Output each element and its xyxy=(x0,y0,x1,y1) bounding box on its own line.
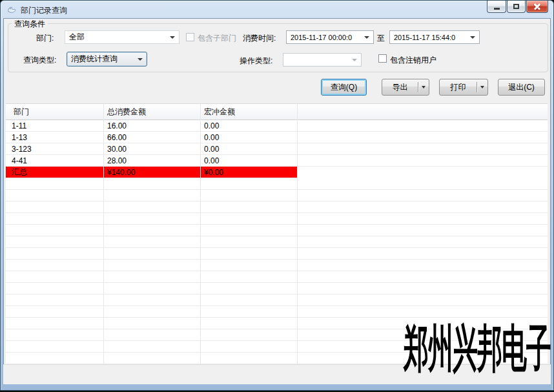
time-to-select[interactable]: 2015-11-17 15:44:0 xyxy=(389,30,480,44)
column-header-offset[interactable]: 宏冲金额 xyxy=(200,107,297,118)
cell-total: 30.00 xyxy=(103,145,200,154)
time-from-select[interactable]: 2015-11-17 00:00:0 xyxy=(286,30,374,44)
table-row[interactable]: 3-123 30.00 0.00 xyxy=(6,143,548,155)
exit-button[interactable]: 退出(C) xyxy=(498,79,545,96)
summary-row[interactable]: 汇总 ¥140.00 ¥0.00 xyxy=(6,167,297,178)
time-to-value: 2015-11-17 15:44:0 xyxy=(394,34,455,41)
department-select[interactable]: 全部 xyxy=(65,30,180,44)
cell-offset: 0.00 xyxy=(200,145,297,154)
table-row[interactable]: 1-13 66.00 0.00 xyxy=(6,132,548,143)
op-type-select xyxy=(283,53,362,67)
export-button-label: 导出 xyxy=(382,82,418,93)
consume-time-label: 消费时间: xyxy=(243,33,276,44)
query-type-value: 消费统计查询 xyxy=(71,54,118,65)
close-icon xyxy=(533,3,541,10)
chevron-down-icon xyxy=(422,86,426,88)
export-dropdown[interactable] xyxy=(418,86,429,88)
query-button-label: 查询(Q) xyxy=(331,82,357,93)
cell-total: ¥140.00 xyxy=(103,168,200,177)
print-dropdown[interactable] xyxy=(477,86,487,88)
title-bar[interactable]: 部门记录查询 xyxy=(1,1,553,18)
time-from-value: 2015-11-17 00:00:0 xyxy=(291,34,352,41)
cell-offset: ¥0.00 xyxy=(200,168,297,177)
column-header-department[interactable]: 部门 xyxy=(6,107,103,118)
op-type-label: 操作类型: xyxy=(240,56,272,67)
table-header: 部门 总消费金额 宏冲金额 xyxy=(6,104,548,120)
minimize-icon xyxy=(494,8,500,10)
table-grid-line xyxy=(297,104,298,364)
cell-total: 16.00 xyxy=(103,121,200,130)
chevron-down-icon xyxy=(364,36,369,39)
column-header-total[interactable]: 总消费金额 xyxy=(103,107,200,118)
watermark-text: 郑州兴邦电子 xyxy=(404,322,551,375)
query-type-select[interactable]: 消费统计查询 xyxy=(67,52,147,67)
cell-department: 3-123 xyxy=(6,145,103,154)
chevron-down-icon xyxy=(480,86,484,88)
maximize-icon xyxy=(513,4,519,9)
table-grid-line xyxy=(103,104,104,364)
chevron-down-icon xyxy=(352,59,357,61)
caption-buttons xyxy=(486,1,548,13)
cell-total: 28.00 xyxy=(103,156,200,165)
chevron-down-icon xyxy=(470,36,475,39)
query-button[interactable]: 查询(Q) xyxy=(321,79,367,96)
minimize-button[interactable] xyxy=(487,1,506,13)
include-subdept-label: 包含子部门 xyxy=(198,33,236,44)
cell-offset: 0.00 xyxy=(200,121,297,130)
department-value: 全部 xyxy=(69,32,85,43)
chevron-down-icon xyxy=(170,36,175,39)
table-grid-line xyxy=(200,104,201,364)
app-icon xyxy=(6,4,17,15)
export-button[interactable]: 导出 xyxy=(382,79,429,96)
cell-department: 1-13 xyxy=(6,133,103,142)
table-row[interactable]: 1-11 16.00 0.00 xyxy=(6,120,548,132)
exit-button-label: 退出(C) xyxy=(508,82,535,93)
groupbox-title: 查询条件 xyxy=(12,19,48,30)
include-cancelled-label: 包含注销用户 xyxy=(390,55,436,66)
close-button[interactable] xyxy=(526,1,548,13)
to-label: 至 xyxy=(377,33,385,44)
cell-offset: 0.00 xyxy=(200,133,297,142)
query-type-label: 查询类型: xyxy=(23,55,56,66)
table-row[interactable]: 4-41 28.00 0.00 xyxy=(6,155,548,167)
cell-total: 66.00 xyxy=(103,133,200,142)
chevron-down-icon xyxy=(138,58,143,61)
department-label: 部门: xyxy=(36,33,54,44)
include-cancelled-checkbox[interactable] xyxy=(378,54,387,63)
print-button[interactable]: 打印 xyxy=(439,79,488,96)
cell-offset: 0.00 xyxy=(200,156,297,165)
cell-department: 4-41 xyxy=(6,156,103,165)
maximize-button[interactable] xyxy=(507,1,526,13)
cell-department: 汇总 xyxy=(6,167,103,178)
cell-department: 1-11 xyxy=(6,121,103,130)
include-subdept-checkbox xyxy=(186,33,194,41)
print-button-label: 打印 xyxy=(440,82,477,93)
window-title: 部门记录查询 xyxy=(21,5,67,16)
